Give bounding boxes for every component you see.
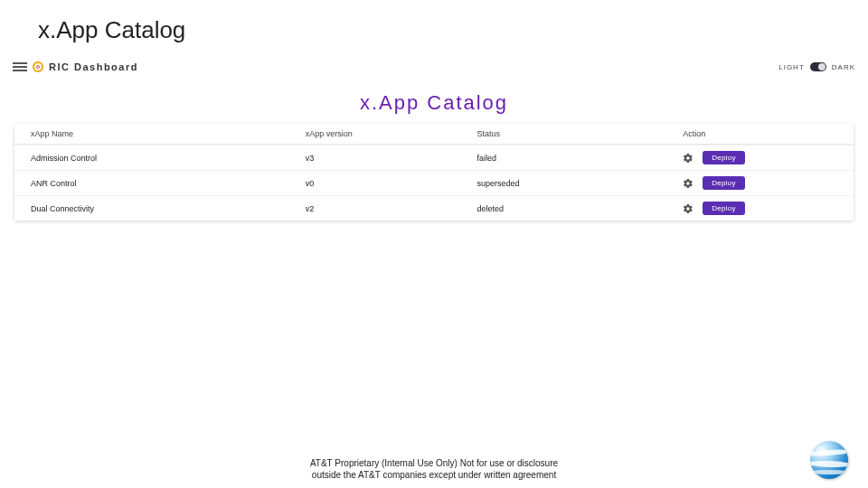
deploy-button[interactable]: Deploy bbox=[703, 151, 745, 164]
menu-icon[interactable] bbox=[13, 62, 27, 71]
cell-name: ANR Control bbox=[31, 179, 306, 188]
cell-version: v2 bbox=[306, 204, 477, 213]
theme-light-label: LIGHT bbox=[778, 63, 805, 71]
footer-text: AT&T Proprietary (Internal Use Only) Not… bbox=[0, 457, 868, 481]
theme-toggle-group: LIGHT DARK bbox=[778, 62, 855, 71]
cell-actions: Deploy bbox=[683, 151, 837, 164]
cell-actions: Deploy bbox=[683, 176, 837, 190]
theme-toggle[interactable] bbox=[810, 62, 826, 71]
cell-status: failed bbox=[476, 154, 683, 163]
gear-icon[interactable] bbox=[683, 178, 693, 189]
topbar-left: RIC Dashboard bbox=[13, 61, 138, 72]
gear-icon[interactable] bbox=[683, 153, 693, 164]
gear-icon[interactable] bbox=[683, 203, 693, 214]
col-header-action: Action bbox=[683, 129, 837, 138]
cell-name: Admission Control bbox=[31, 154, 306, 163]
table-row: Admission Control v3 failed Deploy bbox=[14, 145, 854, 170]
cell-version: v3 bbox=[306, 154, 477, 163]
theme-dark-label: DARK bbox=[832, 63, 855, 71]
topbar: RIC Dashboard LIGHT DARK bbox=[7, 55, 861, 79]
col-header-name: xApp Name bbox=[31, 129, 306, 138]
page-title: x.App Catalog bbox=[7, 79, 861, 124]
app-frame: RIC Dashboard LIGHT DARK x.App Catalog x… bbox=[7, 55, 861, 221]
xapp-table: xApp Name xApp version Status Action Adm… bbox=[14, 124, 854, 221]
cell-status: superseded bbox=[476, 179, 683, 188]
slide-title: x.App Catalog bbox=[0, 0, 868, 55]
table-row: ANR Control v0 superseded Deploy bbox=[14, 170, 854, 195]
footer-line1: AT&T Proprietary (Internal Use Only) Not… bbox=[0, 457, 868, 469]
deploy-button[interactable]: Deploy bbox=[703, 202, 745, 215]
col-header-status: Status bbox=[476, 129, 683, 138]
brand-title: RIC Dashboard bbox=[49, 61, 138, 72]
ric-logo-icon bbox=[33, 61, 43, 72]
cell-status: deleted bbox=[476, 204, 683, 213]
table-header-row: xApp Name xApp version Status Action bbox=[14, 124, 854, 145]
table-row: Dual Connectivity v2 deleted Deploy bbox=[14, 195, 854, 221]
deploy-button[interactable]: Deploy bbox=[703, 176, 745, 190]
att-logo-icon bbox=[810, 441, 848, 479]
footer: AT&T Proprietary (Internal Use Only) Not… bbox=[0, 457, 868, 481]
footer-line2: outside the AT&T companies except under … bbox=[0, 469, 868, 481]
cell-actions: Deploy bbox=[683, 202, 837, 215]
col-header-version: xApp version bbox=[306, 129, 477, 138]
cell-name: Dual Connectivity bbox=[31, 204, 306, 213]
cell-version: v0 bbox=[306, 179, 477, 188]
